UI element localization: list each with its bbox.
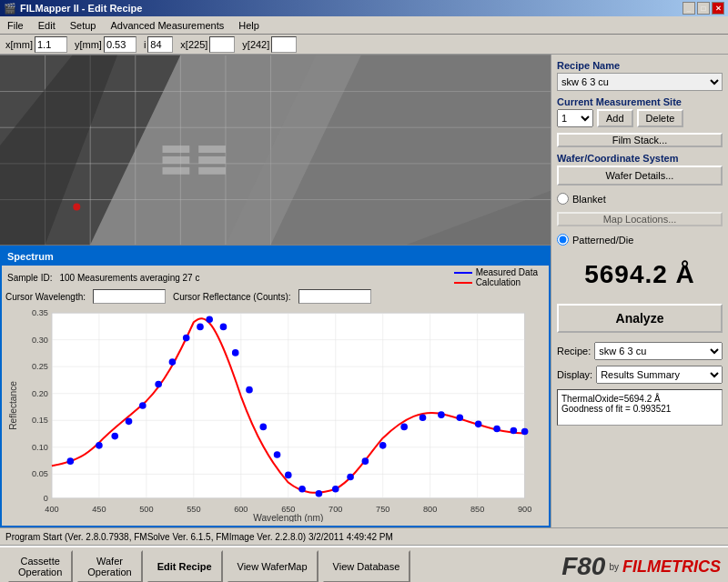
spectrum-controls: Sample ID: 100 Measurements averaging 27… [2,266,549,289]
sample-id-label: Sample ID: [7,273,52,283]
svg-rect-15 [163,146,190,153]
close-button[interactable]: ✕ [712,2,724,15]
svg-text:Wavelength (nm): Wavelength (nm) [253,513,323,522]
svg-point-61 [96,443,102,448]
svg-point-82 [401,424,407,429]
coord-i-input[interactable] [147,36,173,53]
wafer-operation-button[interactable]: Wafer Operation [76,550,142,582]
legend-blue-line [454,272,472,274]
coord-i: i [144,36,173,53]
svg-point-63 [126,418,131,424]
svg-text:0.35: 0.35 [32,308,48,317]
svg-text:0.25: 0.25 [32,362,48,371]
svg-point-73 [260,424,266,429]
recipe-name-select[interactable]: skw 6 3 cu [557,73,723,91]
svg-text:850: 850 [470,505,484,514]
recipe-value-select[interactable]: skw 6 3 cu [594,342,723,360]
svg-point-88 [511,427,516,433]
coord-bar: x[mm] y[mm] i x[225] y[242] [0,35,728,55]
menu-edit[interactable]: Edit [35,18,59,33]
svg-point-60 [67,458,73,464]
current-site-label: Current Measurement Site [557,96,723,107]
results-line-1: ThermalOxide=5694.2 Å [561,394,718,404]
map-locations-button[interactable]: Map Locations... [557,212,723,226]
svg-point-62 [112,434,117,439]
chart-area: 0.35 0.30 0.25 0.20 0.15 0.10 0.05 0 400… [2,304,549,526]
svg-text:0.10: 0.10 [32,443,48,452]
wafer-system-label: Wafer/Coordinate System [557,153,723,164]
svg-rect-20 [198,167,226,175]
display-value-select[interactable]: Results Summary [596,366,723,384]
menu-advanced[interactable]: Advanced Measurements [106,18,228,33]
svg-point-14 [73,204,80,211]
cursor-reflectance-input[interactable] [298,289,371,304]
wafer-details-button[interactable]: Wafer Details... [557,166,723,186]
brand-area: F80 by FILMETRICS [561,552,721,581]
legend-measured: Measured Data [454,267,538,277]
status-text: Program Start (Ver. 2.8.0.7938, FMSolve … [5,532,393,542]
title-bar-buttons: _ □ ✕ [682,2,724,15]
maximize-button[interactable]: □ [697,2,710,15]
view-database-button[interactable]: View Database [322,550,411,582]
patterned-label: Patterned/Die [572,235,633,246]
site-row: 1 Add Delete [557,109,723,127]
add-button[interactable]: Add [597,109,633,127]
svg-point-84 [439,412,444,417]
legend-red-line [454,282,472,284]
recipe-row: Recipe: skw 6 3 cu [557,342,723,360]
film-stack-button[interactable]: Film Stack... [557,133,723,147]
svg-point-80 [362,458,368,464]
recipe-name-label: Recipe Name [557,60,723,71]
svg-point-87 [494,426,500,431]
blanket-radio[interactable] [557,193,569,205]
analyze-button[interactable]: Analyze [557,304,723,333]
svg-text:0: 0 [44,494,48,503]
svg-point-83 [420,415,425,420]
svg-text:Reflectance: Reflectance [8,381,18,430]
menu-setup[interactable]: Setup [66,18,100,33]
svg-text:0.30: 0.30 [32,336,48,345]
svg-text:550: 550 [187,505,200,514]
svg-point-78 [333,487,339,492]
svg-text:700: 700 [329,505,342,514]
site-select[interactable]: 1 [557,109,593,127]
view-wafermap-button[interactable]: View WaferMap [227,550,318,582]
recipe-name-section: Recipe Name skw 6 3 cu [557,60,723,91]
f80-text: F80 [561,552,605,581]
delete-button[interactable]: Delete [637,109,684,127]
svg-point-68 [197,324,203,329]
cassette-operation-button[interactable]: Cassette Operation [7,550,73,582]
coord-y242-input[interactable] [271,36,297,53]
svg-point-71 [233,350,238,356]
filmetrics-text: FILMETRICS [622,557,721,577]
svg-point-77 [316,491,321,497]
svg-point-81 [380,443,386,448]
menu-help[interactable]: Help [235,18,263,33]
menu-file[interactable]: File [4,18,27,33]
by-text: by [609,562,619,572]
cursor-wavelength-input[interactable] [93,289,166,304]
svg-point-69 [207,316,212,322]
patterned-radio[interactable] [557,234,569,246]
bottom-bar: Cassette Operation Wafer Operation Edit … [0,546,728,582]
sample-id-value: 100 Measurements averaging 27 c [59,273,199,283]
coord-x225-input[interactable] [209,36,235,53]
svg-point-66 [169,359,175,365]
coord-y-mm-input[interactable] [104,36,136,53]
wafer-image-area [0,55,551,246]
edit-recipe-button[interactable]: Edit Recipe [147,550,223,582]
coord-y-mm: y[mm] [75,36,136,53]
svg-text:400: 400 [45,505,58,514]
svg-text:600: 600 [234,505,248,514]
svg-text:800: 800 [423,505,437,514]
status-bar: Program Start (Ver. 2.8.0.7938, FMSolve … [0,527,728,546]
svg-point-65 [156,381,161,386]
measurement-value: 5694.2 Å [557,251,723,298]
app-icon: 🎬 [4,3,16,15]
display-row: Display: Results Summary [557,366,723,384]
minimize-button[interactable]: _ [682,2,695,15]
coord-x-mm-input[interactable] [35,36,67,53]
coord-x225: x[225] [180,36,235,53]
blanket-radio-row: Blanket [557,193,723,205]
svg-text:0.20: 0.20 [32,389,48,398]
